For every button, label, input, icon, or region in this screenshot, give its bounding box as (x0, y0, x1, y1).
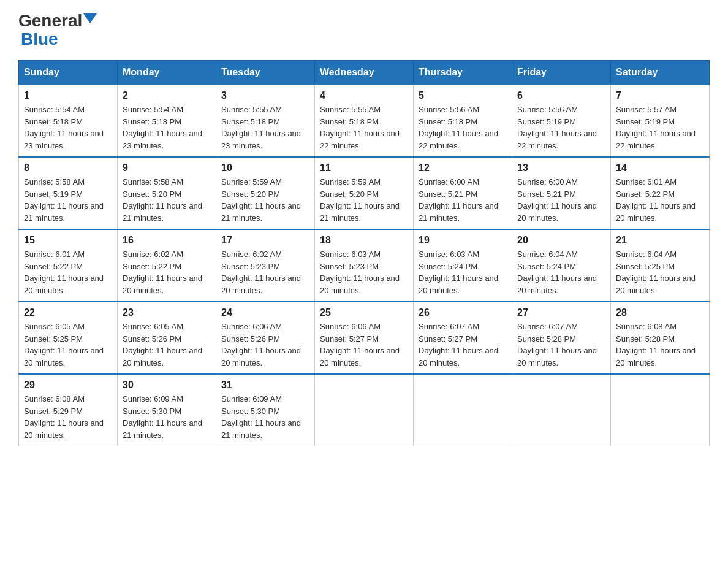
logo-general: General (18, 12, 82, 29)
day-number: 23 (123, 307, 211, 318)
calendar-cell: 12 Sunrise: 6:00 AM Sunset: 5:21 PM Dayl… (414, 157, 512, 229)
calendar-header-row: SundayMondayTuesdayWednesdayThursdayFrid… (19, 61, 710, 85)
day-number: 31 (221, 380, 309, 391)
day-of-week-header: Thursday (414, 61, 512, 85)
day-info: Sunrise: 6:08 AM Sunset: 5:29 PM Dayligh… (24, 393, 112, 441)
day-info: Sunrise: 6:03 AM Sunset: 5:24 PM Dayligh… (419, 248, 507, 296)
day-info: Sunrise: 6:02 AM Sunset: 5:23 PM Dayligh… (221, 248, 309, 296)
day-number: 19 (419, 235, 507, 246)
day-info: Sunrise: 5:59 AM Sunset: 5:20 PM Dayligh… (320, 176, 408, 224)
day-number: 6 (517, 90, 605, 101)
day-info: Sunrise: 6:07 AM Sunset: 5:27 PM Dayligh… (419, 321, 507, 369)
calendar-cell: 21 Sunrise: 6:04 AM Sunset: 5:25 PM Dayl… (611, 229, 710, 302)
day-info: Sunrise: 6:05 AM Sunset: 5:25 PM Dayligh… (24, 321, 112, 369)
calendar-cell (611, 374, 710, 446)
calendar-cell: 18 Sunrise: 6:03 AM Sunset: 5:23 PM Dayl… (315, 229, 414, 302)
calendar-cell: 20 Sunrise: 6:04 AM Sunset: 5:24 PM Dayl… (512, 229, 611, 302)
calendar-week-row: 29 Sunrise: 6:08 AM Sunset: 5:29 PM Dayl… (19, 374, 710, 446)
svg-marker-0 (83, 13, 97, 23)
day-of-week-header: Wednesday (315, 61, 414, 85)
day-of-week-header: Sunday (19, 61, 118, 85)
day-number: 9 (123, 163, 211, 174)
day-info: Sunrise: 6:08 AM Sunset: 5:28 PM Dayligh… (616, 321, 704, 369)
day-number: 5 (419, 90, 507, 101)
day-info: Sunrise: 5:54 AM Sunset: 5:18 PM Dayligh… (123, 104, 211, 151)
calendar-cell: 5 Sunrise: 5:56 AM Sunset: 5:18 PM Dayli… (414, 85, 512, 157)
day-number: 22 (24, 307, 112, 318)
calendar-week-row: 15 Sunrise: 6:01 AM Sunset: 5:22 PM Dayl… (19, 229, 710, 302)
calendar-cell: 19 Sunrise: 6:03 AM Sunset: 5:24 PM Dayl… (414, 229, 512, 302)
day-number: 2 (123, 90, 211, 101)
day-info: Sunrise: 6:00 AM Sunset: 5:21 PM Dayligh… (517, 176, 605, 224)
day-number: 24 (221, 307, 309, 318)
calendar-cell: 16 Sunrise: 6:02 AM Sunset: 5:22 PM Dayl… (118, 229, 216, 302)
day-info: Sunrise: 6:01 AM Sunset: 5:22 PM Dayligh… (616, 176, 704, 224)
page-header: General Blue (18, 12, 710, 48)
calendar-cell: 13 Sunrise: 6:00 AM Sunset: 5:21 PM Dayl… (512, 157, 611, 229)
calendar-cell: 9 Sunrise: 5:58 AM Sunset: 5:20 PM Dayli… (118, 157, 216, 229)
day-number: 1 (24, 90, 112, 101)
day-info: Sunrise: 5:56 AM Sunset: 5:18 PM Dayligh… (419, 104, 507, 151)
day-number: 27 (517, 307, 605, 318)
day-info: Sunrise: 6:04 AM Sunset: 5:24 PM Dayligh… (517, 248, 605, 296)
calendar-body: 1 Sunrise: 5:54 AM Sunset: 5:18 PM Dayli… (19, 85, 710, 446)
calendar-cell: 24 Sunrise: 6:06 AM Sunset: 5:26 PM Dayl… (216, 302, 315, 374)
day-info: Sunrise: 5:56 AM Sunset: 5:19 PM Dayligh… (517, 104, 605, 151)
day-number: 12 (419, 163, 507, 174)
day-number: 17 (221, 235, 309, 246)
calendar-cell: 3 Sunrise: 5:55 AM Sunset: 5:18 PM Dayli… (216, 85, 315, 157)
calendar-cell: 4 Sunrise: 5:55 AM Sunset: 5:18 PM Dayli… (315, 85, 414, 157)
calendar-cell: 1 Sunrise: 5:54 AM Sunset: 5:18 PM Dayli… (19, 85, 118, 157)
day-info: Sunrise: 6:09 AM Sunset: 5:30 PM Dayligh… (123, 393, 211, 441)
day-info: Sunrise: 5:58 AM Sunset: 5:19 PM Dayligh… (24, 176, 112, 224)
day-info: Sunrise: 6:00 AM Sunset: 5:21 PM Dayligh… (419, 176, 507, 224)
day-info: Sunrise: 5:58 AM Sunset: 5:20 PM Dayligh… (123, 176, 211, 224)
day-info: Sunrise: 6:05 AM Sunset: 5:26 PM Dayligh… (123, 321, 211, 369)
calendar-cell: 23 Sunrise: 6:05 AM Sunset: 5:26 PM Dayl… (118, 302, 216, 374)
day-info: Sunrise: 5:55 AM Sunset: 5:18 PM Dayligh… (320, 104, 408, 151)
calendar-cell: 8 Sunrise: 5:58 AM Sunset: 5:19 PM Dayli… (19, 157, 118, 229)
day-of-week-header: Monday (118, 61, 216, 85)
day-number: 29 (24, 380, 112, 391)
day-number: 20 (517, 235, 605, 246)
day-number: 30 (123, 380, 211, 391)
day-number: 16 (123, 235, 211, 246)
logo-triangle-icon (83, 13, 97, 23)
calendar-cell: 22 Sunrise: 6:05 AM Sunset: 5:25 PM Dayl… (19, 302, 118, 374)
day-of-week-header: Saturday (611, 61, 710, 85)
calendar-cell: 28 Sunrise: 6:08 AM Sunset: 5:28 PM Dayl… (611, 302, 710, 374)
day-number: 10 (221, 163, 309, 174)
calendar-week-row: 1 Sunrise: 5:54 AM Sunset: 5:18 PM Dayli… (19, 85, 710, 157)
calendar-week-row: 22 Sunrise: 6:05 AM Sunset: 5:25 PM Dayl… (19, 302, 710, 374)
day-number: 18 (320, 235, 408, 246)
calendar-cell: 27 Sunrise: 6:07 AM Sunset: 5:28 PM Dayl… (512, 302, 611, 374)
day-info: Sunrise: 6:06 AM Sunset: 5:26 PM Dayligh… (221, 321, 309, 369)
day-info: Sunrise: 6:02 AM Sunset: 5:22 PM Dayligh… (123, 248, 211, 296)
calendar-cell (512, 374, 611, 446)
calendar-cell: 7 Sunrise: 5:57 AM Sunset: 5:19 PM Dayli… (611, 85, 710, 157)
calendar-cell: 31 Sunrise: 6:09 AM Sunset: 5:30 PM Dayl… (216, 374, 315, 446)
logo-blue: Blue (18, 31, 58, 48)
calendar-cell: 15 Sunrise: 6:01 AM Sunset: 5:22 PM Dayl… (19, 229, 118, 302)
day-number: 26 (419, 307, 507, 318)
calendar-week-row: 8 Sunrise: 5:58 AM Sunset: 5:19 PM Dayli… (19, 157, 710, 229)
calendar-cell: 29 Sunrise: 6:08 AM Sunset: 5:29 PM Dayl… (19, 374, 118, 446)
calendar-cell: 17 Sunrise: 6:02 AM Sunset: 5:23 PM Dayl… (216, 229, 315, 302)
day-info: Sunrise: 5:59 AM Sunset: 5:20 PM Dayligh… (221, 176, 309, 224)
day-number: 14 (616, 163, 704, 174)
day-info: Sunrise: 6:07 AM Sunset: 5:28 PM Dayligh… (517, 321, 605, 369)
day-number: 13 (517, 163, 605, 174)
day-number: 3 (221, 90, 309, 101)
day-of-week-header: Friday (512, 61, 611, 85)
logo: General Blue (18, 12, 97, 48)
calendar-cell: 10 Sunrise: 5:59 AM Sunset: 5:20 PM Dayl… (216, 157, 315, 229)
calendar-cell: 25 Sunrise: 6:06 AM Sunset: 5:27 PM Dayl… (315, 302, 414, 374)
calendar-cell: 26 Sunrise: 6:07 AM Sunset: 5:27 PM Dayl… (414, 302, 512, 374)
day-number: 25 (320, 307, 408, 318)
calendar-cell: 2 Sunrise: 5:54 AM Sunset: 5:18 PM Dayli… (118, 85, 216, 157)
day-number: 21 (616, 235, 704, 246)
calendar-table: SundayMondayTuesdayWednesdayThursdayFrid… (18, 60, 710, 446)
day-number: 28 (616, 307, 704, 318)
day-number: 7 (616, 90, 704, 101)
day-info: Sunrise: 6:04 AM Sunset: 5:25 PM Dayligh… (616, 248, 704, 296)
